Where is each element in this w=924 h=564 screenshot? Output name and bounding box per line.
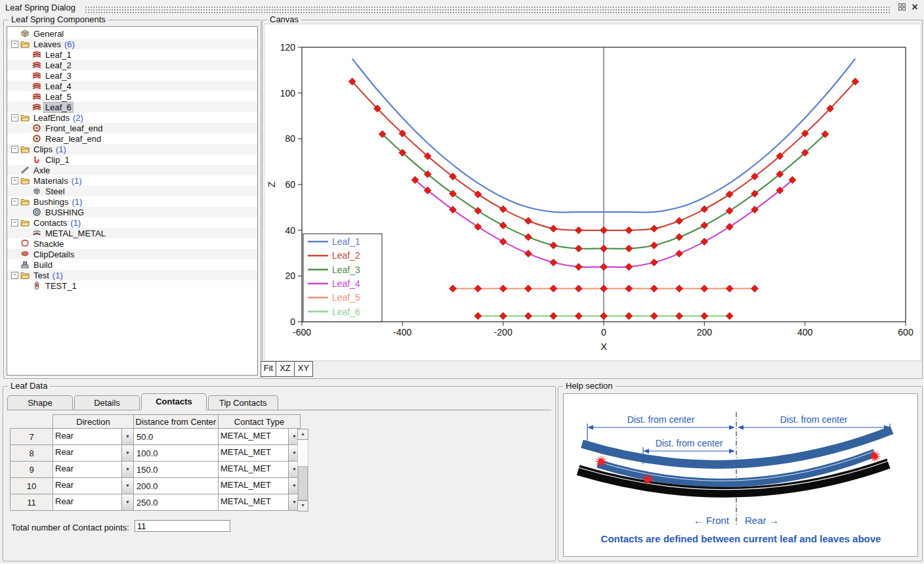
- components-tree[interactable]: General−Leaves(6)Leaf_1Leaf_2Leaf_3Leaf_…: [7, 26, 258, 376]
- xy-button[interactable]: XY: [294, 361, 313, 377]
- tab-contacts[interactable]: Contacts: [141, 393, 207, 410]
- tree-item-leaf_2[interactable]: Leaf_2: [7, 60, 257, 70]
- scroll-track[interactable]: [297, 440, 308, 500]
- tab-shape[interactable]: Shape: [7, 395, 73, 410]
- total-contact-points-input[interactable]: [135, 520, 230, 532]
- expand-toggle[interactable]: −: [11, 114, 18, 121]
- expand-toggle[interactable]: −: [11, 177, 18, 184]
- tree-item-metal_metal[interactable]: METAL_METAL: [7, 228, 257, 238]
- scroll-up-button[interactable]: ▲: [297, 429, 308, 440]
- contact-marker: [575, 245, 582, 252]
- tab-details[interactable]: Details: [74, 395, 140, 410]
- tree-item-label: Leaf_5: [44, 92, 73, 102]
- tree-item-leaf_1[interactable]: Leaf_1: [7, 49, 257, 60]
- tree-item-materials[interactable]: −Materials(1): [7, 175, 257, 186]
- fit-button[interactable]: Fit: [261, 361, 276, 377]
- distance-field[interactable]: 150.0: [134, 462, 219, 478]
- contact-type-select[interactable]: METAL_MET▼: [219, 494, 300, 510]
- title-bar[interactable]: Leaf Spring Dialog ×: [0, 0, 924, 14]
- tree-item-leaf_6[interactable]: Leaf_6: [7, 102, 257, 112]
- expand-toggle[interactable]: −: [11, 146, 18, 153]
- leaf-data-panel: Leaf Data Shape Details Contacts Tip Con…: [3, 386, 556, 561]
- direction-select[interactable]: Rear▼: [53, 462, 133, 477]
- tree-item-leafends[interactable]: −LeafEnds(2): [7, 112, 257, 123]
- scroll-down-button[interactable]: ▼: [297, 500, 308, 511]
- distance-field[interactable]: 100.0: [134, 445, 219, 462]
- expand-toggle[interactable]: −: [11, 272, 18, 279]
- contact-marker: [701, 285, 708, 292]
- row-number[interactable]: 10: [10, 478, 53, 494]
- expand-toggle[interactable]: −: [11, 198, 18, 206]
- table-scrollbar[interactable]: ▲ ▼: [297, 429, 308, 511]
- column-header[interactable]: Direction: [53, 415, 134, 429]
- contact-marker: [676, 250, 683, 257]
- contact-marker: [650, 313, 658, 320]
- tree-item-shackle[interactable]: Shackle: [7, 238, 257, 249]
- leaf-icon: [32, 92, 41, 101]
- contact-type-select[interactable]: METAL_MET▼: [219, 429, 300, 445]
- canvas-area[interactable]: -600-400-2000200400600020406080100120XZL…: [264, 24, 921, 361]
- tree-item-contacts[interactable]: −Contacts(1): [7, 217, 257, 228]
- tree-item-axle[interactable]: Axle: [7, 165, 257, 175]
- scroll-thumb[interactable]: [298, 466, 308, 500]
- contact-type-select-value: METAL_MET: [219, 478, 288, 494]
- contact-type-select[interactable]: METAL_MET▼: [219, 445, 300, 461]
- expand-toggle[interactable]: −: [11, 41, 18, 48]
- tree-item-leaves[interactable]: −Leaves(6): [7, 39, 257, 49]
- row-number[interactable]: 7: [10, 429, 53, 445]
- dock-grid-icon[interactable]: [896, 3, 907, 12]
- contact-type-select-value: METAL_MET: [219, 494, 288, 510]
- tab-tip-contacts[interactable]: Tip Contacts: [208, 395, 278, 410]
- tree-item-count: (1): [56, 144, 66, 154]
- distance-field[interactable]: 250.0: [134, 494, 219, 511]
- tree-item-leaf_4[interactable]: Leaf_4: [7, 81, 257, 91]
- tree-item-leaf_3[interactable]: Leaf_3: [7, 70, 257, 81]
- direction-select[interactable]: Rear▼: [53, 429, 133, 445]
- tree-item-test[interactable]: −Test(1): [7, 270, 257, 280]
- tree-item-test_1[interactable]: TEST_1: [7, 280, 257, 291]
- row-number[interactable]: 8: [10, 445, 53, 462]
- contact-marker: [676, 234, 683, 241]
- tree-item-bushings[interactable]: −Bushings(1): [7, 196, 257, 207]
- column-header[interactable]: Contact Type: [219, 415, 301, 429]
- tree-item-general[interactable]: General: [7, 28, 257, 39]
- tree-item-clipdetails[interactable]: ClipDetails: [7, 249, 257, 259]
- row-number[interactable]: 11: [10, 494, 53, 511]
- tree-item-clips[interactable]: −Clips(1): [7, 144, 257, 154]
- tree-item-front_leaf_end[interactable]: Front_leaf_end: [7, 123, 257, 133]
- row-number[interactable]: 9: [10, 462, 53, 478]
- contact-marker: [650, 285, 658, 292]
- direction-select[interactable]: Rear▼: [53, 478, 133, 494]
- contact-type-select[interactable]: METAL_MET▼: [219, 462, 300, 477]
- contact-marker: [701, 206, 708, 213]
- dropdown-arrow-icon[interactable]: ▼: [121, 445, 133, 461]
- contact-marker: [499, 222, 507, 229]
- contact-marker: [575, 227, 582, 234]
- tree-item-steel[interactable]: Steel: [7, 186, 257, 196]
- tree-item-rear_leaf_end[interactable]: Rear_leaf_end: [7, 133, 257, 144]
- column-header[interactable]: Distance from Center: [134, 415, 219, 429]
- direction-select[interactable]: Rear▼: [53, 445, 133, 461]
- dropdown-arrow-icon[interactable]: ▼: [121, 429, 133, 445]
- tree-item-build[interactable]: Build: [7, 259, 257, 270]
- dropdown-arrow-icon[interactable]: ▼: [121, 462, 133, 477]
- dropdown-arrow-icon[interactable]: ▼: [121, 478, 133, 494]
- close-icon[interactable]: ×: [910, 2, 920, 12]
- tree-item-bushing[interactable]: BUSHING: [7, 207, 257, 217]
- contact-marker: [550, 259, 557, 266]
- tree-item-leaf_5[interactable]: Leaf_5: [7, 91, 257, 102]
- direction-select[interactable]: Rear▼: [53, 494, 133, 510]
- dropdown-arrow-icon[interactable]: ▼: [121, 494, 133, 510]
- tree-item-clip_1[interactable]: Clip_1: [7, 154, 257, 165]
- expand-toggle[interactable]: −: [11, 219, 18, 227]
- contact-type-select[interactable]: METAL_MET▼: [219, 478, 300, 494]
- distance-field[interactable]: 200.0: [134, 478, 219, 494]
- folder-icon: [20, 39, 30, 49]
- xz-button[interactable]: XZ: [276, 361, 295, 377]
- distance-field[interactable]: 50.0: [134, 429, 219, 445]
- contacts-table: DirectionDistance from CenterContact Typ…: [10, 414, 301, 511]
- contact-marker: [625, 263, 633, 271]
- leaf-spring-chart[interactable]: -600-400-2000200400600020406080100120XZL…: [264, 24, 920, 360]
- contact-marker: [474, 313, 482, 320]
- drag-handle[interactable]: [85, 6, 890, 13]
